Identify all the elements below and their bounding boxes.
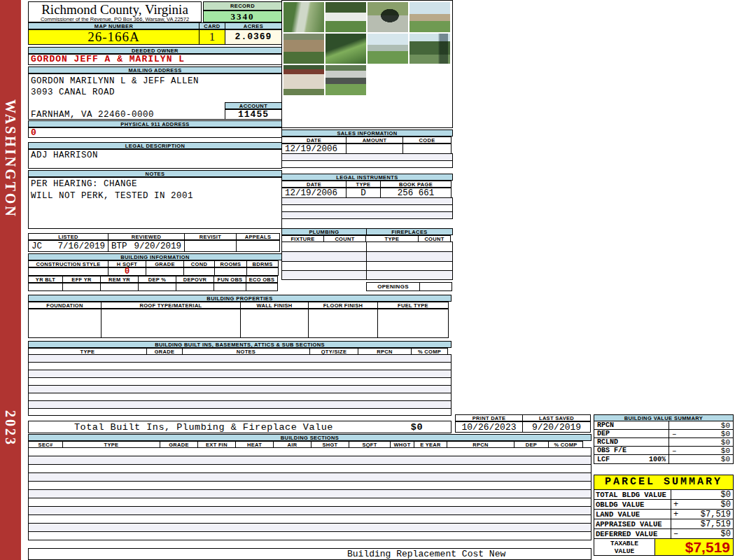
bvs-row: OBS F/E – $0 (594, 446, 734, 455)
bvs-row: LCF 100% $0 (594, 454, 734, 464)
dep-pct-header: DEP % (138, 276, 176, 283)
building-properties-title: BUILDING PROPERTIES (28, 295, 451, 302)
parcel-value: $0 (721, 500, 731, 510)
county-title: Richmond County, Virginia (29, 3, 201, 16)
dep-pct-value (138, 283, 176, 291)
foundation-value (28, 309, 102, 338)
ecoobs-header: ECO OBS (246, 276, 278, 283)
bvs-op: – (672, 447, 677, 455)
legal-description-label: LEGAL DESCRIPTION (28, 142, 282, 149)
photo-thumbnail-6[interactable] (326, 34, 366, 64)
reviewed-value: BTP 9/20/2019 (108, 240, 185, 252)
rooms-value (214, 267, 247, 276)
parcel-value: $7,519 (701, 510, 731, 519)
yrblt-header: YR BLT (28, 276, 63, 283)
hsqft-value: 0 (108, 267, 146, 276)
plumbing-rows (281, 242, 453, 280)
sales-amount-value (346, 144, 403, 154)
parcel-op: + (673, 510, 678, 519)
photo-thumbnail-10[interactable] (326, 65, 366, 95)
print-date-label: PRINT DATE (455, 414, 523, 421)
card-value: 1 (199, 29, 225, 45)
photo-thumbnail-7[interactable] (368, 34, 408, 64)
sidebar-year-label: 2023 (2, 410, 18, 447)
legal-description-value: ADJ HARRISON (28, 149, 282, 169)
mailing-line-1: GORDON MARILYNN L & JEFF ALLEN (31, 76, 279, 87)
revisit-label: REVISIT (184, 233, 237, 240)
bvs-value: $0 (721, 430, 730, 438)
fireplaces-title: FIREPLACES (366, 228, 453, 235)
yrblt-value (28, 283, 63, 291)
parcel-summary-rows: TOTAL BLDG VALUE $0 OBLDG VALUE + $0 LAN… (594, 490, 734, 556)
listed-by: JC (31, 241, 42, 251)
parcel-row: LAND VALUE + $7,519 (594, 509, 734, 519)
notes-line-2: WILL NOT PERK, TESTED IN 2001 (31, 190, 279, 202)
funobs-header: FUN OBS (214, 276, 246, 283)
li-type-header: TYPE (346, 181, 381, 188)
map-number-value: 26-166A (28, 29, 200, 45)
photo-thumbnail-8[interactable] (410, 34, 450, 64)
cond-header: COND (183, 260, 215, 267)
county-header: Richmond County, Virginia Commissioner o… (28, 1, 202, 22)
photo-thumbnail-9[interactable] (284, 65, 324, 95)
photo-thumbnail-2[interactable] (326, 2, 366, 32)
map-number-label: MAP NUMBER (28, 22, 200, 29)
built-ins-title: BUILDING BUILT INS, BASEMENTS, ATTICS & … (28, 341, 451, 348)
account-value: 11455 (225, 109, 282, 120)
acres-label: ACRES (225, 22, 282, 29)
last-saved-label: LAST SAVED (522, 414, 591, 421)
bdrms-header: BDRMS (246, 260, 279, 267)
roof-header: ROOF TYPE/MATERIAL (101, 302, 241, 309)
wall-finish-header: WALL FINISH (240, 302, 309, 309)
sales-title: SALES INFORMATION (281, 130, 453, 136)
photo-thumbnail-1[interactable] (284, 2, 324, 32)
parcel-row: OBLDG VALUE + $0 (594, 499, 734, 510)
building-value-summary-rows: RPCN $0 DEP – $0 RCLND (594, 421, 734, 464)
bvs-value: $0 (721, 455, 730, 463)
grade-header: GRADE (146, 260, 184, 267)
ecoobs-value (246, 283, 278, 291)
bvs-label: RPCN (597, 421, 614, 429)
li-date-value: 12/19/2006 (281, 188, 346, 198)
photo-thumbnail-4[interactable] (410, 2, 450, 32)
mailing-line-2: 3093 CANAL ROAD (31, 87, 279, 98)
reviewed-label: REVIEWED (108, 233, 185, 240)
bvs-label: DEP (597, 430, 610, 438)
openings-label: OPENINGS (366, 282, 420, 291)
floor-finish-value (308, 309, 378, 338)
parcel-row: APPRAISED VALUE $7,519 (594, 519, 734, 529)
bvs-pct: 100% (649, 456, 666, 463)
built-ins-total-row: Total Built Ins, Plumbing & Fireplace Va… (28, 421, 451, 433)
sidebar-state-label: WASHINGTON (2, 99, 18, 218)
photo-thumbnail-3[interactable] (368, 2, 408, 32)
revisit-value (184, 240, 237, 252)
county-subtitle: Commissioner of the Revenue, PO Box 366,… (29, 16, 201, 22)
last-saved-value: 9/20/2019 (522, 421, 591, 433)
building-sections-title: BUILDING SECTIONS (28, 434, 592, 441)
building-sections-footer-row: Building Replacement Cost New (28, 548, 592, 560)
li-type-value: D (346, 188, 381, 198)
funobs-value (214, 283, 246, 291)
effyr-value (62, 283, 101, 291)
sales-date-header: DATE (281, 136, 346, 144)
reviewed-by: BTP (111, 241, 127, 251)
empty-row (281, 251, 453, 262)
bvs-row: RPCN $0 (594, 421, 734, 430)
bvs-op: – (672, 430, 677, 438)
physical-address-value: 0 (28, 127, 282, 138)
sales-date-value: 12/19/2006 (281, 144, 346, 154)
taxable-value: $7,519 (685, 539, 730, 556)
parcel-row: TOTAL BLDG VALUE $0 (594, 489, 734, 500)
empty-row (281, 211, 453, 219)
bvs-value: $0 (721, 447, 730, 455)
parcel-value: $7,519 (701, 519, 731, 529)
depovr-value (176, 283, 214, 291)
record-value: 3340 (203, 10, 282, 22)
photo-thumbnail-5[interactable] (284, 34, 324, 64)
parcel-label: LAND VALUE (594, 510, 671, 519)
remyr-value (100, 283, 139, 291)
building-sections-rows (28, 448, 592, 540)
mailing-address-label: MAILING ADDRESS (28, 66, 282, 74)
parcel-label: OBLDG VALUE (594, 500, 671, 509)
card-label: CARD (199, 22, 225, 29)
